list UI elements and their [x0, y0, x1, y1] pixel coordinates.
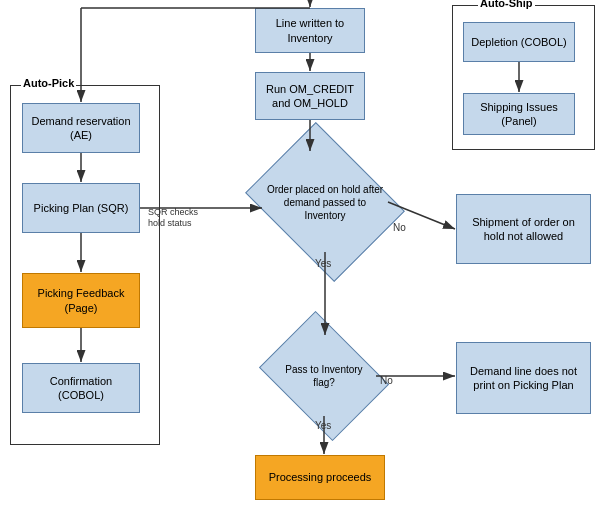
- picking-plan-text: Picking Plan (SQR): [34, 201, 129, 215]
- run-om-credit-box: Run OM_CREDIT and OM_HOLD: [255, 72, 365, 120]
- demand-line-not-print-box: Demand line does not print on Picking Pl…: [456, 342, 591, 414]
- line-to-inventory-text: Line written to Inventory: [260, 16, 360, 45]
- yes-label-1: Yes: [315, 258, 331, 269]
- shipping-issues-text: Shipping Issues (Panel): [468, 100, 570, 129]
- demand-reservation-text: Demand reservation (AE): [27, 114, 135, 143]
- run-om-credit-text: Run OM_CREDIT and OM_HOLD: [260, 82, 360, 111]
- pass-to-inventory-diamond-text: Pass to Inventory flag?: [272, 361, 376, 391]
- processing-proceeds-box: Processing proceeds: [255, 455, 385, 500]
- confirmation-box: Confirmation (COBOL): [22, 363, 140, 413]
- demand-reservation-box: Demand reservation (AE): [22, 103, 140, 153]
- picking-feedback-box: Picking Feedback (Page): [22, 273, 140, 328]
- processing-proceeds-text: Processing proceeds: [269, 470, 372, 484]
- sqr-checks-label: SQR checkshold status: [148, 207, 238, 229]
- no-label-2: No: [380, 375, 393, 386]
- line-to-inventory-box: Line written to Inventory: [255, 8, 365, 53]
- shipment-on-hold-text: Shipment of order on hold not allowed: [461, 215, 586, 244]
- diagram: Auto-Pick Auto-Ship Line written to Inve…: [0, 0, 603, 507]
- auto-ship-label: Auto-Ship: [478, 0, 535, 9]
- picking-feedback-text: Picking Feedback (Page): [27, 286, 135, 315]
- shipping-issues-box: Shipping Issues (Panel): [463, 93, 575, 135]
- pass-to-inventory-diamond: Pass to Inventory flag?: [272, 336, 376, 416]
- auto-pick-label: Auto-Pick: [21, 77, 76, 89]
- confirmation-text: Confirmation (COBOL): [27, 374, 135, 403]
- order-on-hold-diamond: Order placed on hold after demand passed…: [262, 152, 388, 252]
- picking-plan-box: Picking Plan (SQR): [22, 183, 140, 233]
- yes-label-2: Yes: [315, 420, 331, 431]
- order-on-hold-diamond-text: Order placed on hold after demand passed…: [262, 181, 388, 224]
- no-label-1: No: [393, 222, 406, 233]
- shipment-on-hold-box: Shipment of order on hold not allowed: [456, 194, 591, 264]
- depletion-box: Depletion (COBOL): [463, 22, 575, 62]
- depletion-text: Depletion (COBOL): [471, 35, 566, 49]
- demand-line-not-print-text: Demand line does not print on Picking Pl…: [461, 364, 586, 393]
